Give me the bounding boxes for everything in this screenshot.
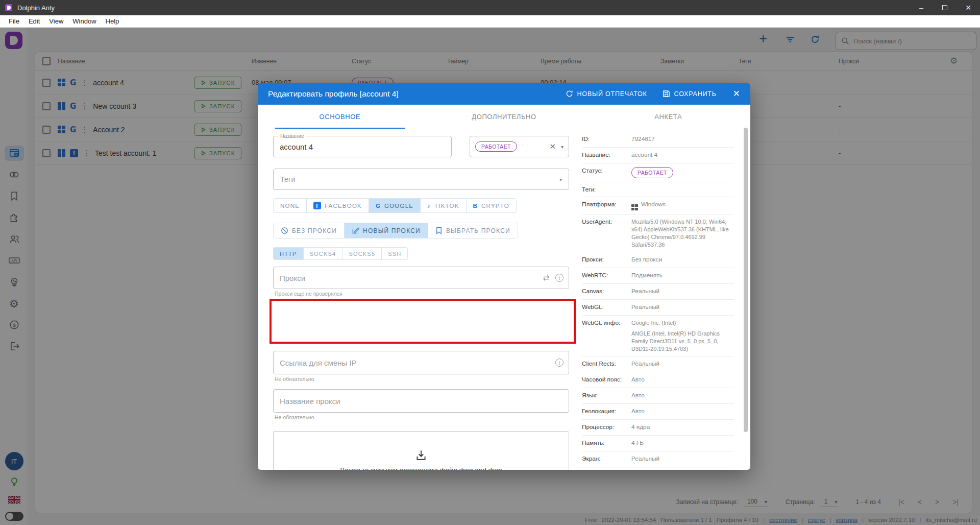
detail-row: Теги: bbox=[582, 182, 734, 197]
proxy-mode-none[interactable]: БЕЗ ПРОКСИ bbox=[273, 223, 345, 238]
tab-main[interactable]: ОСНОВНОЕ bbox=[258, 105, 422, 129]
detail-row: Название:account 4 bbox=[582, 148, 734, 163]
detail-row: Прокси:Без прокси bbox=[582, 252, 734, 268]
proxy-check-hint: Прокси еще не проверялся bbox=[275, 291, 342, 297]
menu-file[interactable]: File bbox=[4, 17, 24, 25]
tiktok-note-icon: ♪ bbox=[427, 203, 431, 209]
cookies-dropzone[interactable]: Вставьте куки или перетащите файл drag a… bbox=[273, 431, 569, 470]
dolphin-logo-icon bbox=[5, 4, 12, 11]
tag-quick-options: NONE fFACEBOOK GGOOGLE ♪TIKTOK BCRYPTO bbox=[273, 198, 517, 213]
detail-row: Статус:РАБОТАЕТ bbox=[582, 163, 734, 182]
menu-edit[interactable]: Edit bbox=[24, 17, 44, 25]
window-titlebar: Dolphin Anty – ✕ bbox=[0, 0, 980, 15]
save-button[interactable]: СОХРАНИТЬ bbox=[663, 90, 717, 98]
maximize-button[interactable] bbox=[933, 0, 957, 15]
tags-select[interactable]: Теги ▾ bbox=[273, 169, 569, 190]
crypto-icon: B bbox=[473, 203, 478, 209]
ip-change-link-input[interactable] bbox=[280, 351, 548, 374]
menu-window[interactable]: Window bbox=[68, 17, 101, 25]
protocol-socks4[interactable]: SOCKS4 bbox=[303, 247, 343, 260]
swap-icon[interactable]: ⇄ bbox=[543, 273, 549, 282]
windows-icon bbox=[631, 204, 638, 211]
detail-row: WebRTC:Подменять bbox=[582, 268, 734, 284]
tag-option-google[interactable]: GGOOGLE bbox=[369, 198, 421, 213]
close-modal-button[interactable]: ✕ bbox=[733, 88, 740, 99]
tags-placeholder: Теги bbox=[280, 175, 559, 183]
download-icon bbox=[414, 449, 428, 462]
protocol-ssh[interactable]: SSH bbox=[381, 247, 408, 260]
status-select[interactable]: РАБОТАЕТ ✕ ▾ bbox=[470, 136, 569, 157]
protocol-http[interactable]: HTTP bbox=[273, 247, 304, 260]
proxy-name-field[interactable] bbox=[273, 389, 569, 413]
detail-row: Экран:Реальный bbox=[582, 451, 734, 467]
minimize-button[interactable]: – bbox=[910, 0, 933, 15]
protocol-options: HTTP SOCKS4 SOCKS5 SSH bbox=[273, 247, 408, 260]
edit-profile-modal: Редактировать профиль [account 4] НОВЫЙ … bbox=[258, 83, 750, 470]
optional-hint: Не обязательно bbox=[275, 376, 314, 382]
protocol-socks5[interactable]: SOCKS5 bbox=[342, 247, 382, 260]
modal-title: Редактировать профиль [account 4] bbox=[268, 89, 399, 99]
detail-row: Часовой пояс:Авто bbox=[582, 372, 734, 388]
save-icon bbox=[663, 90, 670, 98]
tab-profile-form[interactable]: АНКЕТА bbox=[586, 105, 750, 129]
profile-name-input[interactable] bbox=[280, 136, 431, 157]
info-icon[interactable]: i bbox=[555, 274, 564, 282]
chevron-down-icon: ▾ bbox=[561, 144, 564, 150]
detail-row: Client Rects:Реальный bbox=[582, 356, 734, 372]
detail-row: WebGL:Реальный bbox=[582, 300, 734, 316]
new-fingerprint-button[interactable]: НОВЫЙ ОТПЕЧАТОК bbox=[566, 90, 647, 98]
proxy-mode-options: БЕЗ ПРОКСИ НОВЫЙ ПРОКСИ ВЫБРАТЬ ПРОКСИ bbox=[273, 223, 518, 238]
modal-scrollbar[interactable] bbox=[744, 128, 748, 432]
modal-header: Редактировать профиль [account 4] НОВЫЙ … bbox=[258, 83, 750, 105]
google-icon: G bbox=[376, 203, 381, 209]
ip-change-link-field[interactable]: i bbox=[273, 351, 569, 374]
facebook-icon: f bbox=[313, 202, 321, 209]
profile-name-field[interactable]: Название bbox=[273, 136, 452, 157]
edit-icon bbox=[352, 227, 359, 234]
tag-option-tiktok[interactable]: ♪TIKTOK bbox=[420, 198, 466, 213]
tag-option-facebook[interactable]: fFACEBOOK bbox=[306, 198, 369, 213]
maximize-icon bbox=[942, 5, 947, 10]
detail-row: Canvas:Реальный bbox=[582, 284, 734, 300]
no-proxy-icon bbox=[281, 227, 288, 234]
detail-row: Память:4 ГБ bbox=[582, 436, 734, 451]
menu-help[interactable]: Help bbox=[101, 17, 124, 25]
close-window-button[interactable]: ✕ bbox=[957, 0, 980, 15]
proxy-input[interactable] bbox=[280, 267, 548, 289]
menubar: File Edit View Window Help bbox=[0, 15, 980, 28]
proxy-mode-select[interactable]: ВЫБРАТЬ ПРОКСИ bbox=[428, 223, 518, 238]
chevron-down-icon: ▾ bbox=[559, 177, 562, 182]
modal-tabs: ОСНОВНОЕ ДОПОЛНИТЕЛЬНО АНКЕТА bbox=[258, 105, 750, 129]
proxy-mode-new[interactable]: НОВЫЙ ПРОКСИ bbox=[344, 223, 428, 238]
detail-row: ID:7924817 bbox=[582, 132, 734, 148]
detail-row: Процессор:4 ядра bbox=[582, 420, 734, 436]
close-icon: ✕ bbox=[965, 4, 971, 12]
detail-row: Платформа:Windows bbox=[582, 197, 734, 214]
proxy-field[interactable]: ⇄ i bbox=[273, 267, 569, 289]
profile-details-panel: ID:7924817 Название:account 4 Статус:РАБ… bbox=[582, 132, 734, 467]
tab-additional[interactable]: ДОПОЛНИТЕЛЬНО bbox=[422, 105, 586, 129]
dropzone-text: Вставьте куки или перетащите файл drag a… bbox=[340, 466, 502, 470]
tag-option-none[interactable]: NONE bbox=[273, 198, 307, 213]
proxy-name-input[interactable] bbox=[280, 390, 548, 412]
tag-option-crypto[interactable]: BCRYPTO bbox=[466, 198, 517, 213]
refresh-icon bbox=[566, 90, 573, 98]
bookmark-icon bbox=[435, 227, 443, 234]
clear-status-icon[interactable]: ✕ bbox=[549, 142, 556, 151]
detail-row: UserAgent:Mozilla/5.0 (Windows NT 10.0; … bbox=[582, 214, 734, 252]
window-title: Dolphin Anty bbox=[17, 4, 55, 12]
status-badge: РАБОТАЕТ bbox=[631, 167, 673, 178]
detail-row: Геолокация:Авто bbox=[582, 404, 734, 420]
red-highlight-annotation bbox=[270, 299, 576, 344]
optional-hint: Не обязательно bbox=[275, 414, 314, 420]
detail-row: Язык:Авто bbox=[582, 388, 734, 404]
info-icon[interactable]: i bbox=[555, 359, 564, 367]
menu-view[interactable]: View bbox=[44, 17, 68, 25]
minimize-icon: – bbox=[919, 4, 923, 12]
detail-row: WebGL инфо:Google Inc. (Intel)ANGLE (Int… bbox=[582, 316, 734, 356]
status-chip: РАБОТАЕТ bbox=[475, 141, 517, 152]
